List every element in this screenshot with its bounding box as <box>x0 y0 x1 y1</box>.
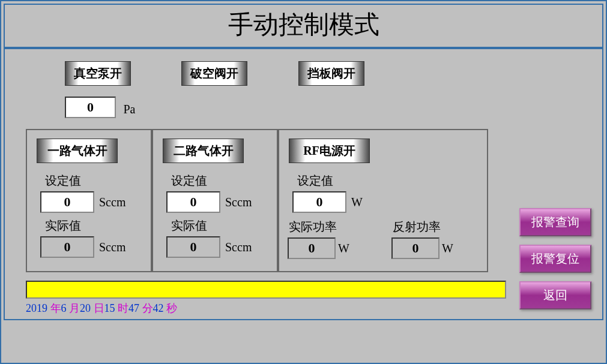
rf-reflect-label: 反射功率 <box>393 219 482 235</box>
status-bar <box>26 281 506 299</box>
rf-actual-unit: W <box>338 242 349 255</box>
gas2-set-label: 设定值 <box>171 173 272 189</box>
rf-power-button[interactable]: RF电源开 <box>289 139 370 163</box>
clock-sec-label: 秒 <box>166 302 177 314</box>
clock-day: 20 <box>80 302 91 314</box>
rf-actual-label: 实际功率 <box>289 219 378 235</box>
rf-set-unit: W <box>351 195 363 209</box>
gas1-set-label: 设定值 <box>45 173 146 189</box>
clock-sec: 42 <box>153 302 164 314</box>
page-title: 手动控制模式 <box>5 5 602 48</box>
alarm-query-button[interactable]: 报警查询 <box>519 208 591 236</box>
gas2-panel: 二路气体开 设定值 0 Sccm 实际值 0 Sccm <box>152 129 278 272</box>
gas1-set-unit: Sccm <box>99 195 125 209</box>
rf-set-value[interactable]: 0 <box>292 191 346 213</box>
gas2-act-label: 实际值 <box>171 218 272 234</box>
gas2-act-unit: Sccm <box>225 240 252 254</box>
clock-min: 47 <box>128 302 139 314</box>
vacuum-unit: Pa <box>123 103 135 116</box>
clock-min-label: 分 <box>142 302 153 314</box>
clock-year-label: 年 <box>50 302 61 314</box>
rf-reflect-value: 0 <box>391 237 439 259</box>
alarm-reset-button[interactable]: 报警复位 <box>519 245 591 273</box>
gas2-set-unit: Sccm <box>225 195 252 209</box>
vacuum-pump-button[interactable]: 真空泵开 <box>65 61 131 86</box>
clock-hour-label: 时 <box>118 302 128 314</box>
gas2-set-value[interactable]: 0 <box>166 191 220 213</box>
gas2-act-value: 0 <box>166 236 220 258</box>
vacuum-value[interactable]: 0 <box>65 97 116 118</box>
back-button[interactable]: 返回 <box>519 281 591 309</box>
break-valve-button[interactable]: 破空阀开 <box>181 61 247 86</box>
gas1-panel: 一路气体开 设定值 0 Sccm 实际值 0 Sccm <box>26 129 152 272</box>
baffle-valve-button[interactable]: 挡板阀开 <box>298 61 364 86</box>
gas1-act-label: 实际值 <box>45 218 146 234</box>
gas1-act-value: 0 <box>40 236 94 258</box>
clock-month-label: 月 <box>69 302 80 314</box>
gas1-set-value[interactable]: 0 <box>40 191 94 213</box>
clock: 2019 年6 月20 日15 时47 分42 秒 <box>26 301 596 315</box>
rf-set-label: 设定值 <box>297 173 482 189</box>
clock-day-label: 日 <box>94 302 104 314</box>
rf-reflect-unit: W <box>442 242 453 255</box>
gas1-button[interactable]: 一路气体开 <box>37 139 118 163</box>
gas1-act-unit: Sccm <box>99 240 125 254</box>
clock-year: 2019 <box>26 302 47 314</box>
clock-month: 6 <box>61 302 67 314</box>
gas2-button[interactable]: 二路气体开 <box>163 139 244 163</box>
rf-actual-value: 0 <box>288 237 336 259</box>
clock-hour: 15 <box>104 302 115 314</box>
rf-panel: RF电源开 设定值 0 W 实际功率 0 W 反射功率 <box>278 129 488 272</box>
